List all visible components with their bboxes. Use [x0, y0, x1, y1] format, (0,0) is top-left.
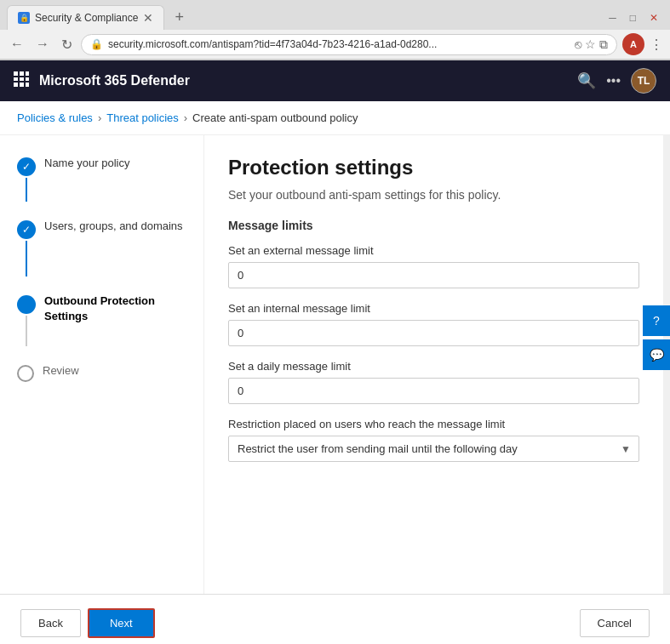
svg-rect-4: [20, 77, 24, 81]
next-button[interactable]: Next: [88, 608, 155, 638]
address-bar: ← → ↻ 🔒 ⎋ ☆ ⧉ A ⋮: [0, 30, 670, 60]
svg-rect-6: [14, 83, 18, 87]
wizard-step-review: Review: [17, 363, 186, 382]
avatar[interactable]: TL: [631, 68, 656, 94]
step-icon-users: ✓: [17, 220, 36, 239]
refresh-button[interactable]: ↻: [58, 35, 76, 54]
restriction-label: Restriction placed on users who reach th…: [228, 418, 639, 430]
step-icon-review: [17, 365, 34, 382]
panel-title: Protection settings: [228, 156, 639, 180]
svg-rect-7: [20, 83, 24, 87]
bookmark-icon[interactable]: ☆: [585, 37, 596, 52]
section-message-limits: Message limits: [228, 219, 639, 232]
url-actions: ⎋ ☆ ⧉: [575, 37, 608, 52]
share-icon[interactable]: ⎋: [575, 37, 581, 52]
svg-rect-3: [14, 77, 18, 81]
content-wrapper: Policies & rules › Threat policies › Cre…: [0, 101, 670, 644]
tab-close-icon[interactable]: ✕: [143, 11, 153, 25]
app-header: Microsoft 365 Defender 🔍 ••• TL: [0, 60, 670, 101]
search-icon[interactable]: 🔍: [577, 71, 596, 90]
wizard-panel: Protection settings Set your outbound an…: [204, 135, 663, 594]
breadcrumb-sep-1: ›: [98, 111, 101, 124]
panel-subtitle: Set your outbound anti-spam settings for…: [228, 188, 639, 202]
app-title: Microsoft 365 Defender: [39, 73, 577, 88]
daily-limit-input[interactable]: [228, 378, 639, 404]
restriction-group: Restriction placed on users who reach th…: [228, 418, 639, 462]
breadcrumb-sep-2: ›: [184, 111, 187, 124]
url-input[interactable]: [108, 38, 570, 50]
external-limit-label: Set an external message limit: [228, 244, 639, 257]
restriction-select[interactable]: Restrict the user from sending mail unti…: [228, 436, 639, 462]
minimize-button[interactable]: ─: [604, 10, 621, 26]
wizard-footer: Back Next Cancel: [0, 594, 670, 644]
step-icon-protection: [17, 295, 36, 314]
step-label-review: Review: [43, 363, 79, 379]
forward-nav-button[interactable]: →: [32, 35, 53, 54]
daily-message-limit-group: Set a daily message limit: [228, 360, 639, 404]
step-label-name: Name your policy: [44, 156, 129, 171]
wizard-step-users: ✓ Users, groups, and domains: [17, 219, 186, 276]
back-button[interactable]: Back: [20, 609, 81, 637]
url-bar[interactable]: 🔒 ⎋ ☆ ⧉: [81, 34, 617, 55]
breadcrumb-policies[interactable]: Policies & rules: [17, 111, 93, 124]
svg-rect-0: [14, 71, 18, 76]
lock-icon: 🔒: [90, 38, 103, 50]
profile-button[interactable]: A: [622, 33, 644, 55]
float-help-button[interactable]: ?: [643, 305, 670, 336]
back-nav-button[interactable]: ←: [7, 35, 27, 54]
internal-message-limit-group: Set an internal message limit: [228, 302, 639, 346]
wizard-content-area: ✓ Name your policy ✓ Users, groups, and …: [0, 135, 670, 594]
daily-limit-label: Set a daily message limit: [228, 360, 639, 373]
cancel-button[interactable]: Cancel: [580, 609, 650, 637]
header-actions: 🔍 ••• TL: [577, 68, 656, 94]
more-options-icon[interactable]: •••: [606, 73, 621, 88]
close-window-button[interactable]: ✕: [644, 10, 663, 26]
svg-rect-2: [26, 71, 29, 76]
grid-icon[interactable]: [14, 71, 29, 90]
step-label-users: Users, groups, and domains: [44, 219, 183, 234]
step-label-protection: Outbound Protection Settings: [44, 294, 186, 324]
restriction-select-wrapper: Restrict the user from sending mail unti…: [228, 436, 639, 462]
breadcrumb-threat[interactable]: Threat policies: [106, 111, 179, 124]
tab-bar: 🔒 Security & Compliance ✕ + ─ □ ✕: [0, 0, 670, 30]
internal-limit-label: Set an internal message limit: [228, 302, 639, 315]
split-tab-icon[interactable]: ⧉: [599, 37, 608, 52]
external-message-limit-group: Set an external message limit: [228, 244, 639, 288]
svg-rect-1: [20, 71, 24, 76]
main-content: Policies & rules › Threat policies › Cre…: [0, 101, 670, 644]
tab-right-controls: ─ □ ✕: [604, 10, 663, 26]
svg-rect-5: [26, 77, 29, 81]
wizard-sidebar: ✓ Name your policy ✓ Users, groups, and …: [0, 135, 204, 594]
external-limit-input[interactable]: [228, 262, 639, 288]
active-tab[interactable]: 🔒 Security & Compliance ✕: [7, 5, 164, 30]
tab-title: Security & Compliance: [35, 12, 138, 24]
browser-menu-button[interactable]: ⋮: [650, 37, 663, 53]
new-tab-button[interactable]: +: [168, 5, 191, 30]
browser-chrome: 🔒 Security & Compliance ✕ + ─ □ ✕ ← → ↻ …: [0, 0, 670, 60]
breadcrumb: Policies & rules › Threat policies › Cre…: [0, 101, 670, 135]
internal-limit-input[interactable]: [228, 320, 639, 346]
wizard-step-protection: Outbound Protection Settings: [17, 294, 186, 346]
breadcrumb-current: Create anti-spam outbound policy: [192, 111, 358, 124]
tab-favicon: 🔒: [18, 12, 30, 24]
step-icon-name: ✓: [17, 157, 36, 176]
side-float-buttons: ? 💬: [643, 305, 670, 370]
float-feedback-button[interactable]: 💬: [643, 339, 670, 370]
svg-rect-8: [26, 83, 29, 87]
maximize-button[interactable]: □: [625, 10, 641, 26]
wizard-step-name: ✓ Name your policy: [17, 156, 186, 202]
